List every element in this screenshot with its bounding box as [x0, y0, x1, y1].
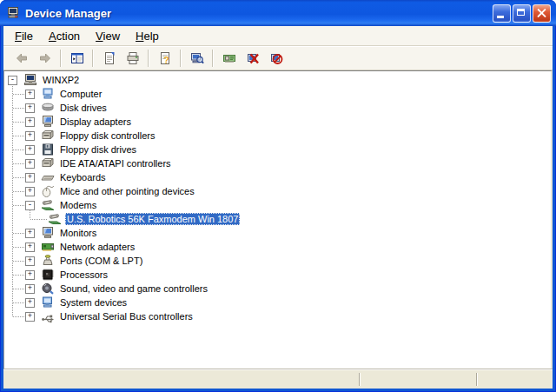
help-button[interactable]	[153, 47, 176, 69]
forward-arrow-icon	[38, 51, 52, 65]
back-button[interactable]	[10, 47, 33, 69]
tree-item-network-adapters[interactable]: + Network adapters	[4, 240, 551, 254]
expand-toggle[interactable]: +	[25, 90, 35, 99]
computer-root-icon	[23, 73, 37, 87]
drive-controller-icon	[41, 129, 55, 143]
processor-chip-icon	[41, 268, 55, 282]
tree-item-processors[interactable]: + Processors	[4, 268, 551, 282]
network-adapter-icon	[41, 240, 55, 254]
keyboard-icon	[41, 170, 55, 184]
window-title: Device Manager	[25, 7, 493, 20]
menu-action[interactable]: Action	[41, 28, 88, 44]
expand-toggle[interactable]: +	[25, 131, 35, 141]
display-adapter-icon	[41, 115, 55, 129]
drive-controller-icon	[41, 156, 55, 170]
toolbar-separator	[148, 50, 149, 67]
expand-toggle[interactable]: +	[25, 173, 35, 183]
expand-toggle[interactable]: +	[25, 243, 35, 252]
tree-item-winxp2[interactable]: - WINXP2	[4, 73, 551, 87]
menu-help[interactable]: Help	[128, 28, 167, 44]
update-driver-icon	[222, 51, 236, 65]
expand-toggle[interactable]: +	[25, 229, 35, 238]
expand-toggle[interactable]: +	[25, 117, 35, 127]
modem-icon	[41, 198, 55, 212]
expand-toggle[interactable]: +	[25, 270, 35, 280]
console-tree-icon	[70, 51, 84, 65]
menu-bar: File Action View Help	[3, 26, 553, 46]
back-arrow-icon	[15, 51, 29, 65]
device-manager-window: Device Manager File Action View Help	[0, 0, 556, 392]
expand-toggle[interactable]: +	[25, 298, 35, 308]
menu-view[interactable]: View	[88, 28, 128, 44]
tree-item-usb-controllers[interactable]: + Universal Serial Bus controllers	[4, 309, 551, 323]
tree-item-monitors[interactable]: + Monitors	[4, 226, 551, 240]
expand-toggle[interactable]: +	[25, 256, 35, 266]
uninstall-red-x-icon	[246, 51, 260, 65]
tree-item-floppy-disk-drives[interactable]: + Floppy disk drives	[4, 143, 551, 156]
tree-item-modems[interactable]: - Modems	[4, 198, 551, 212]
device-tree-panel: - WINXP2 + Computer + Disk drives + Disp…	[3, 70, 553, 369]
title-bar[interactable]: Device Manager	[0, 0, 556, 26]
tree-item-mice[interactable]: + Mice and other pointing devices	[4, 184, 551, 198]
tree-item-ide-controllers[interactable]: + IDE ATA/ATAPI controllers	[4, 156, 551, 170]
toolbar-separator	[92, 50, 94, 67]
properties-button[interactable]	[97, 47, 121, 69]
expand-toggle[interactable]: +	[25, 312, 35, 322]
disable-button[interactable]	[264, 47, 288, 69]
update-driver-button[interactable]	[217, 47, 241, 69]
maximize-button[interactable]	[513, 4, 531, 23]
computer-magnifier-icon	[190, 51, 204, 65]
disk-drive-icon	[41, 101, 55, 115]
computer-category-icon	[41, 87, 55, 101]
forward-button[interactable]	[33, 47, 56, 69]
monitor-icon	[41, 226, 55, 240]
toolbar-separator	[180, 50, 182, 67]
disable-no-symbol-icon	[269, 51, 283, 65]
tree-item-usrobotics-faxmodem[interactable]: U.S. Robotics 56K Faxmodem Win 1807	[4, 212, 551, 226]
floppy-disk-icon	[41, 143, 55, 156]
menu-file[interactable]: File	[7, 28, 41, 44]
port-plug-icon	[41, 254, 55, 268]
expand-toggle[interactable]: +	[25, 103, 35, 113]
close-button[interactable]	[533, 4, 551, 23]
status-divider	[476, 373, 478, 386]
show-hide-console-tree-button[interactable]	[65, 47, 89, 69]
toolbar-separator	[212, 50, 214, 67]
mouse-icon	[41, 184, 55, 198]
expand-toggle[interactable]: -	[25, 201, 35, 210]
properties-icon	[103, 51, 116, 65]
minimize-button[interactable]	[493, 4, 511, 23]
tree-item-sound-controllers[interactable]: + Sound, video and game controllers	[4, 282, 551, 296]
expand-toggle[interactable]: +	[25, 284, 35, 294]
scan-for-hardware-changes-button[interactable]	[185, 47, 208, 69]
expand-toggle[interactable]: +	[25, 145, 35, 155]
system-device-icon	[41, 296, 55, 309]
toolbar	[3, 46, 553, 70]
device-manager-app-icon	[7, 6, 21, 20]
tree-item-computer[interactable]: + Computer	[4, 87, 551, 101]
tree-item-floppy-disk-controllers[interactable]: + Floppy disk controllers	[4, 129, 551, 143]
print-button[interactable]	[121, 47, 144, 69]
uninstall-button[interactable]	[241, 47, 264, 69]
printer-icon	[126, 51, 140, 65]
expand-toggle[interactable]: +	[25, 159, 35, 169]
expand-toggle[interactable]: +	[25, 187, 35, 196]
tree-item-system-devices[interactable]: + System devices	[4, 296, 551, 309]
tree-item-disk-drives[interactable]: + Disk drives	[4, 101, 551, 115]
usb-icon	[41, 309, 55, 323]
tree-item-ports[interactable]: + Ports (COM & LPT)	[4, 254, 551, 268]
expand-toggle[interactable]: -	[8, 76, 17, 85]
tree-item-display-adapters[interactable]: + Display adapters	[4, 115, 551, 129]
toolbar-separator	[60, 50, 62, 67]
status-bar	[3, 369, 553, 389]
modem-icon	[48, 212, 62, 226]
speaker-icon	[41, 282, 55, 296]
help-document-icon	[158, 51, 172, 65]
tree-item-keyboards[interactable]: + Keyboards	[4, 170, 551, 184]
status-divider	[359, 373, 361, 386]
